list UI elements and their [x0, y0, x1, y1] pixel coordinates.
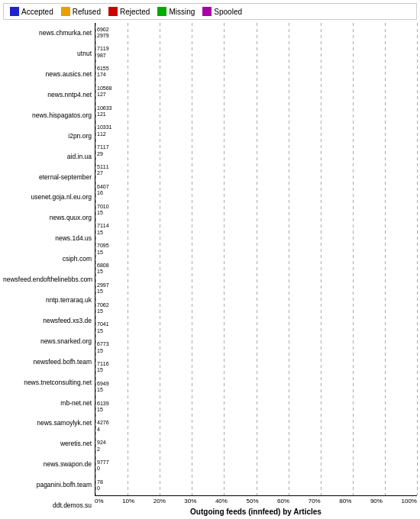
bar-value-label: 711615 — [97, 361, 109, 374]
refused-icon — [61, 7, 70, 16]
y-label: usenet.goja.nl.eu.org — [3, 194, 92, 201]
bar-value-label: 10633121 — [97, 105, 111, 118]
bar-value-label: 694915 — [97, 381, 109, 394]
y-label: nntp.terraraq.uk — [3, 297, 92, 304]
legend-spooled: Spooled — [202, 7, 242, 16]
bar-row: 10331112 — [95, 121, 417, 141]
bar-row: 10568127 — [95, 82, 417, 102]
y-label: news.1d4.us — [3, 235, 92, 242]
missing-icon — [157, 7, 166, 16]
bar-value-label: 711415 — [97, 223, 109, 236]
y-label: news.swapon.de — [3, 461, 92, 468]
bar-value-label: 69022979 — [97, 27, 109, 40]
bar-row: 704115 — [95, 318, 417, 338]
y-label: newsfeed.endofthelinebbs.com — [3, 276, 92, 283]
y-label: weretis.net — [3, 440, 92, 447]
legend: Accepted Refused Rejected Missing Spoole… — [3, 3, 417, 20]
y-label: i2pn.org — [3, 133, 92, 140]
bar-row: 640716 — [95, 180, 417, 200]
legend-accepted-label: Accepted — [21, 8, 53, 16]
y-label: mb-net.net — [3, 400, 92, 407]
bar-row: 97770 — [95, 456, 417, 475]
x-tick: 0% — [95, 498, 104, 504]
bar-value-label: 640716 — [97, 184, 109, 197]
spooled-icon — [202, 7, 212, 16]
bar-value-label: 680815 — [97, 263, 109, 276]
x-tick: 70% — [309, 498, 321, 504]
x-tick: 40% — [215, 498, 228, 504]
bars-area: 6902297971199876155174105681271063312110… — [95, 23, 417, 496]
y-label: news.snarked.org — [3, 338, 92, 345]
y-label: newsfeed.bofh.team — [3, 359, 92, 366]
bar-value-label: 7119987 — [97, 46, 109, 59]
bar-value-label: 704115 — [97, 321, 109, 334]
legend-refused-label: Refused — [73, 8, 101, 16]
y-label: news.hispagatos.org — [3, 112, 92, 119]
bar-row: 680815 — [95, 260, 417, 279]
y-labels: news.chmurka.netutnutnews.ausics.netnews… — [3, 23, 95, 516]
bar-value-label: 42764 — [97, 420, 109, 433]
bar-row: 7119987 — [95, 43, 417, 63]
bar-value-label: 711729 — [97, 144, 109, 157]
bar-row: 709515 — [95, 240, 417, 260]
bar-value-label: 10568127 — [97, 85, 111, 98]
legend-spooled-label: Spooled — [214, 8, 242, 16]
bar-row: 299715 — [95, 279, 417, 298]
x-title: Outgoing feeds (innfeed) by Articles — [95, 506, 417, 516]
x-tick: 60% — [277, 498, 289, 504]
y-label: news.ausics.net — [3, 71, 92, 78]
legend-refused: Refused — [61, 7, 101, 16]
y-label: eternal-september — [3, 174, 92, 181]
bar-value-label: 97770 — [97, 459, 109, 472]
rejected-icon — [108, 7, 118, 16]
x-tick: 80% — [339, 498, 351, 504]
y-label: csiph.com — [3, 256, 92, 263]
x-tick: 10% — [122, 498, 134, 504]
bar-value-label: 10331112 — [97, 124, 111, 137]
bar-value-label: 299715 — [97, 282, 109, 295]
x-tick: 100% — [401, 498, 416, 504]
bar-value-label: 9242 — [97, 440, 106, 453]
bar-value-label: 511127 — [97, 164, 109, 177]
x-tick: 30% — [184, 498, 196, 504]
bar-row: 42764 — [95, 417, 417, 437]
bar-row: 69022979 — [95, 23, 417, 43]
y-label: news.tnetconsulting.net — [3, 379, 92, 386]
legend-missing: Missing — [157, 7, 195, 16]
bar-row: 706215 — [95, 298, 417, 318]
x-axis: 0%10%20%30%40%50%60%70%80%90%100% — [95, 496, 417, 506]
legend-rejected-label: Rejected — [120, 8, 150, 16]
bar-row: 511127 — [95, 161, 417, 181]
bar-value-label: 613915 — [97, 401, 109, 414]
chart-area: news.chmurka.netutnutnews.ausics.netnews… — [3, 23, 417, 516]
legend-rejected: Rejected — [108, 7, 150, 16]
chart-container: Accepted Refused Rejected Missing Spoole… — [0, 0, 420, 519]
bar-row: 711415 — [95, 220, 417, 240]
accepted-icon — [10, 7, 19, 16]
bar-row: 711615 — [95, 357, 417, 377]
bars-and-xaxis: 6902297971199876155174105681271063312110… — [95, 23, 417, 516]
rows-area: news.chmurka.netutnutnews.ausics.netnews… — [3, 23, 417, 516]
x-tick: 50% — [247, 498, 259, 504]
bar-value-label: 780 — [97, 479, 103, 492]
bar-row: 694915 — [95, 377, 417, 397]
bar-row: 711729 — [95, 141, 417, 161]
y-label: ddt.demos.su — [3, 502, 92, 509]
bar-row: 780 — [95, 475, 417, 495]
bar-row: 613915 — [95, 397, 417, 417]
x-tick: 20% — [153, 498, 166, 504]
bar-row: 701015 — [95, 200, 417, 220]
legend-accepted: Accepted — [10, 7, 53, 16]
y-label: news.chmurka.net — [3, 30, 92, 37]
bar-row: 9242 — [95, 437, 417, 456]
bar-value-label: 709515 — [97, 243, 109, 256]
bar-value-label: 6155174 — [97, 66, 109, 79]
bar-value-label: 701015 — [97, 204, 109, 217]
y-label: news.quux.org — [3, 214, 92, 221]
y-label: paganini.bofh.team — [3, 482, 92, 488]
grid-line — [417, 23, 418, 495]
y-label: utnut — [3, 50, 92, 57]
legend-missing-label: Missing — [169, 8, 195, 16]
y-label: news.nntp4.net — [3, 92, 92, 98]
x-tick: 90% — [370, 498, 383, 504]
